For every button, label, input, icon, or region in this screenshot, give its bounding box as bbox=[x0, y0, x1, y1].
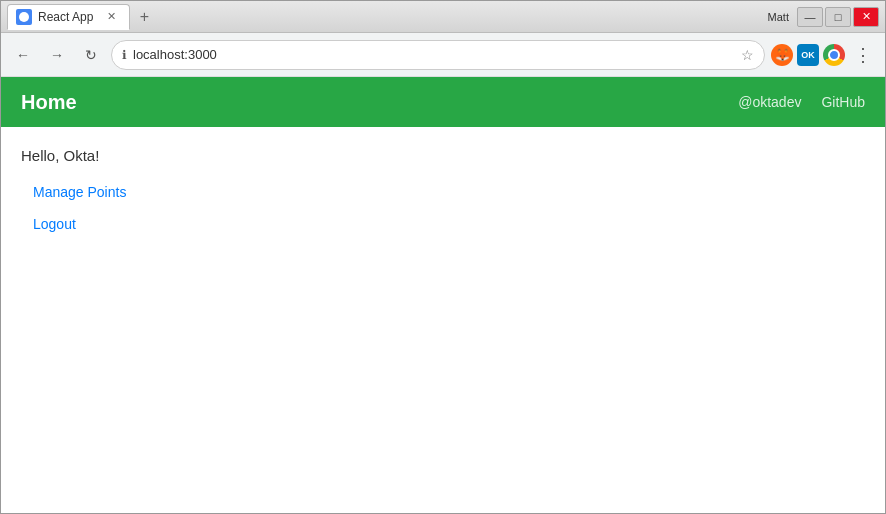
browser-menu-button[interactable]: ⋮ bbox=[849, 41, 877, 69]
address-bar[interactable] bbox=[133, 47, 735, 62]
back-button[interactable]: ← bbox=[9, 41, 37, 69]
tab-close-button[interactable]: ✕ bbox=[103, 9, 119, 25]
browser-tab[interactable]: React App ✕ bbox=[7, 4, 130, 30]
app-navbar: Home @oktadev GitHub bbox=[1, 77, 885, 127]
chrome-icon bbox=[823, 44, 845, 66]
maximize-button[interactable]: □ bbox=[825, 7, 851, 27]
logout-link[interactable]: Logout bbox=[21, 216, 865, 232]
bookmark-icon[interactable]: ☆ bbox=[741, 47, 754, 63]
app-body: Hello, Okta! Manage Points Logout bbox=[1, 127, 885, 513]
app-content: Home @oktadev GitHub Hello, Okta! Manage… bbox=[1, 77, 885, 513]
forward-button[interactable]: → bbox=[43, 41, 71, 69]
tab-favicon bbox=[16, 9, 32, 25]
greeting-text: Hello, Okta! bbox=[21, 147, 865, 164]
minimize-button[interactable]: — bbox=[797, 7, 823, 27]
address-bar-container: ℹ ☆ bbox=[111, 40, 765, 70]
app-brand[interactable]: Home bbox=[21, 91, 738, 114]
close-button[interactable]: ✕ bbox=[853, 7, 879, 27]
app-nav-links: @oktadev GitHub bbox=[738, 94, 865, 110]
firefox-extension-icon[interactable]: 🦊 bbox=[771, 44, 793, 66]
reload-button[interactable]: ↻ bbox=[77, 41, 105, 69]
new-tab-button[interactable]: + bbox=[130, 4, 158, 30]
tab-title: React App bbox=[38, 10, 93, 24]
github-nav-link[interactable]: GitHub bbox=[821, 94, 865, 110]
window-user-label: Matt bbox=[768, 11, 789, 23]
window-controls: Matt — □ ✕ bbox=[768, 7, 879, 27]
lock-icon: ℹ bbox=[122, 48, 127, 62]
browser-toolbar: ← → ↻ ℹ ☆ 🦊 OK ⋮ bbox=[1, 33, 885, 77]
title-bar: React App ✕ + Matt — □ ✕ bbox=[1, 1, 885, 33]
okta-extension-icon[interactable]: OK bbox=[797, 44, 819, 66]
oktadev-nav-link[interactable]: @oktadev bbox=[738, 94, 801, 110]
toolbar-extensions: 🦊 OK ⋮ bbox=[771, 41, 877, 69]
manage-points-link[interactable]: Manage Points bbox=[21, 184, 865, 200]
browser-window: React App ✕ + Matt — □ ✕ ← → ↻ ℹ ☆ 🦊 OK bbox=[0, 0, 886, 514]
